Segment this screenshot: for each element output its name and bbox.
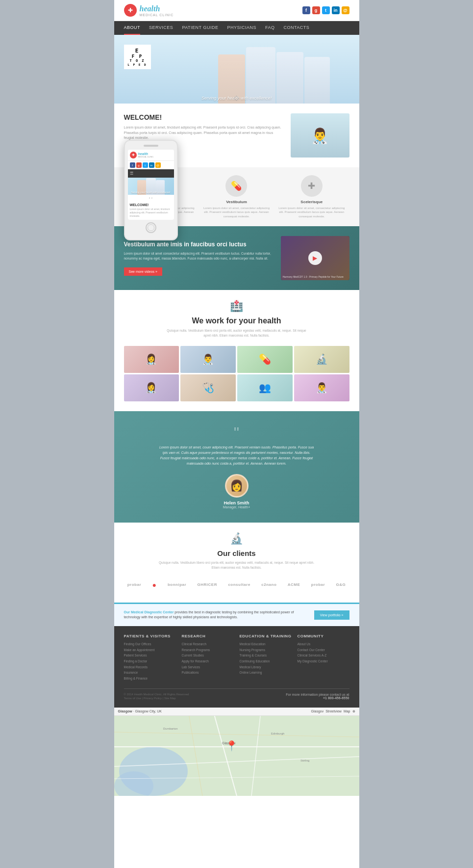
footer-privacy: Terms of Use | Privacy Policy | Site Map: [124, 697, 189, 700]
video-title-overlay: Harmony MedCDT 1.0 - Primary Peptide for…: [283, 275, 348, 278]
map-section: Glasgow · Glasgow City, UK Glasgov Stree…: [114, 708, 359, 796]
testimonial-role: Manager, Health+: [124, 505, 349, 509]
twitter-icon[interactable]: t: [322, 6, 330, 14]
see-more-videos-button[interactable]: See more videos »: [124, 267, 162, 276]
footer-col-research: RESEARCH Clinical Research Research Prog…: [182, 634, 234, 682]
clients-title: Our clients: [124, 549, 349, 557]
phone-welcome-text: Lorem ipsum dolor sit amet, tincidunt ad…: [130, 208, 172, 218]
footer-link-2[interactable]: Make an Appointment: [124, 647, 176, 653]
cta-link[interactable]: Our Medical Diagnostic Center: [124, 610, 174, 614]
footer-link-r4[interactable]: Apply for Research: [182, 658, 234, 664]
footer-link-c4[interactable]: My Diagnostic Center: [298, 658, 349, 664]
health-title: We work for your health: [124, 316, 349, 325]
nav-item-faq[interactable]: FAQ: [265, 21, 275, 35]
footer-link-c1[interactable]: About Us: [298, 641, 349, 647]
map-toolbar-glasgov[interactable]: Glasgov: [311, 710, 324, 713]
phone-hamburger-icon[interactable]: ☰: [130, 171, 133, 176]
footer-col-title-education: EDUCATION & TRAINING: [240, 634, 292, 638]
map-city: Glasgow: [118, 710, 132, 713]
footer-link-e2[interactable]: Nursing Programs: [240, 647, 292, 653]
footer-link-e3[interactable]: Training & Courses: [240, 653, 292, 658]
footer-link-7[interactable]: Billing & Finance: [124, 676, 176, 682]
health-icon: 🏥: [124, 300, 349, 313]
footer-link-c3[interactable]: Clinical Services A-Z: [298, 653, 349, 658]
service-desc-3: Lorem ipsum dolor sit amet, consectetur …: [278, 206, 345, 218]
hero-nav-dot[interactable]: ◇: [234, 94, 239, 102]
footer-link-e6[interactable]: Online Learning: [240, 670, 292, 676]
doctor-image-placeholder: 👨‍⚕️: [291, 113, 349, 158]
footer-link-r3[interactable]: Current Studies: [182, 653, 234, 658]
phone-google-icon[interactable]: g: [136, 162, 142, 168]
video-thumbnail[interactable]: ▶ Harmony MedCDT 1.0 - Primary Peptide f…: [281, 236, 349, 280]
map-toolbar-streetview[interactable]: Streetview: [325, 710, 342, 713]
map-pin: 📍: [225, 740, 238, 752]
phone-nav[interactable]: ☰: [128, 169, 174, 178]
footer-link-5[interactable]: Medical Records: [124, 664, 176, 670]
footer-link-4[interactable]: Finding a Doctor: [124, 658, 176, 664]
client-logo-4: GHRICER: [198, 582, 217, 587]
footer-link-r6[interactable]: Publications: [182, 670, 234, 676]
footer-link-r1[interactable]: Clinical Research: [182, 641, 234, 647]
view-portfolio-button[interactable]: View portfolio »: [314, 610, 349, 620]
svg-text:Dumbarton: Dumbarton: [163, 727, 178, 730]
phone-header: ✚ health MEDICAL CLINIC: [128, 150, 174, 161]
clients-desc: Quisque nulla. Vestibulum libero orci po…: [158, 560, 315, 570]
testimonial-text: Lorem ipsum dolor sit amet, couer adipis…: [158, 445, 315, 467]
phone-hero-bg: Serving your health with excellence!: [128, 178, 174, 195]
phone-facebook-icon[interactable]: f: [130, 162, 135, 168]
phone-logo-icon: ✚: [130, 152, 137, 158]
testimonial-section: " Lorem ipsum dolor sit amet, couer adip…: [114, 411, 359, 523]
email-icon[interactable]: @: [342, 6, 349, 14]
video-play-button[interactable]: ▶: [308, 251, 322, 265]
footer-contact-label: For more information please contact us a…: [286, 693, 349, 696]
photo-cell-7: 👥: [237, 374, 293, 401]
nav-item-physicians[interactable]: PHYSICIANS: [227, 21, 256, 35]
phone-nav-arrows[interactable]: ‹ ›: [128, 195, 174, 201]
site-header: ✚ health MEDICAL CLINIC f g t in @: [114, 0, 359, 21]
nav-item-services[interactable]: SERVICES: [149, 21, 173, 35]
photo-cell-4: 🔬: [294, 346, 349, 373]
footer-link-1[interactable]: Finding Our Offices: [124, 641, 176, 647]
client-logo-8: probar: [311, 582, 325, 587]
footer-link-e1[interactable]: Medical Education: [240, 641, 292, 647]
nav-item-patient-guide[interactable]: PATIENT GUIDE: [182, 21, 218, 35]
photo-grid: 👩‍⚕️ 👨‍⚕️ 💊 🔬 👩‍⚕️ 🩺 👥 👨‍⚕️: [124, 346, 349, 401]
facebook-icon[interactable]: f: [302, 6, 310, 14]
map-toolbar-map[interactable]: Map: [344, 710, 350, 713]
client-logo-6: c2nano: [261, 582, 276, 587]
testimonial-avatar: 👩: [225, 474, 249, 498]
footer-link-r2[interactable]: Research Programs: [182, 647, 234, 653]
footer-link-r5[interactable]: Lab Services: [182, 664, 234, 670]
footer-link-e4[interactable]: Continuing Education: [240, 658, 292, 664]
photo-cell-3: 💊: [237, 346, 293, 373]
quote-icon: ": [124, 425, 349, 441]
linkedin-icon[interactable]: in: [332, 6, 340, 14]
google-icon[interactable]: g: [312, 6, 320, 14]
nav-item-contacts[interactable]: CONTACTS: [283, 21, 309, 35]
logo-subtitle: MEDICAL CLINIC: [140, 13, 174, 17]
phone-email-icon[interactable]: @: [155, 162, 161, 168]
footer-link-e5[interactable]: Medical Library: [240, 664, 292, 670]
phone-screen: ✚ health MEDICAL CLINIC f g t in @ ☰: [128, 150, 174, 220]
cta-banner: Our Medical Diagnostic Center provides t…: [114, 603, 359, 626]
map-zoom-icon[interactable]: ⊕: [352, 710, 355, 713]
mobile-mockup: ✚ health MEDICAL CLINIC f g t in @ ☰: [124, 140, 178, 240]
phone-hero: Serving your health with excellence!: [128, 178, 174, 195]
eye-chart: E F P T O Z L P E D: [124, 45, 151, 69]
footer-link-6[interactable]: Insurance: [124, 670, 176, 676]
logo-text: health: [140, 4, 160, 13]
social-icons: f g t in @: [302, 6, 349, 14]
footer-phone: +1 800-456-6550: [286, 696, 349, 700]
phone-twitter-icon[interactable]: t: [143, 162, 148, 168]
footer-link-3[interactable]: Patient Services: [124, 653, 176, 658]
video-desc: Lorem ipsum dolor sit amet consectetur a…: [124, 251, 273, 261]
health-section: 🏥 We work for your health Quisque nulla.…: [114, 290, 359, 411]
phone-linkedin-icon[interactable]: in: [149, 162, 154, 168]
service-name-3: Scelerisque: [278, 200, 345, 204]
hero-section: E F P T O Z L P E D Serving your health …: [114, 35, 359, 104]
service-item-2: 💊 Vestibulum Lorem ipsum dolor sit amet,…: [199, 175, 274, 218]
phone-home-button[interactable]: [146, 222, 156, 233]
footer-link-c2[interactable]: Contact Our Center: [298, 647, 349, 653]
map-toolbar: Glasgov Streetview Map ⊕: [311, 710, 355, 713]
nav-item-about[interactable]: ABOUT: [124, 21, 141, 35]
